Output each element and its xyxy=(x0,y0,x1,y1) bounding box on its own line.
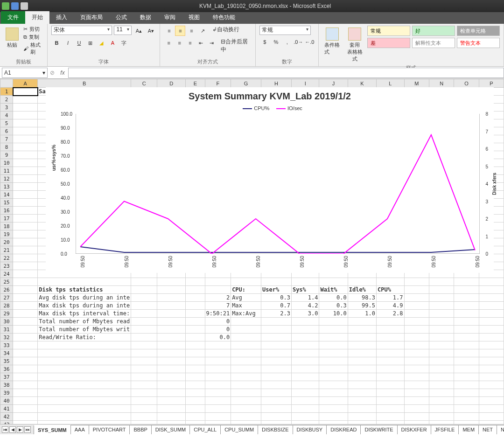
row-header-35[interactable]: 35 xyxy=(0,357,13,365)
cell-L38[interactable] xyxy=(377,381,405,389)
cell-C26[interactable] xyxy=(131,286,157,294)
cell-E33[interactable] xyxy=(186,341,205,349)
cell-A29[interactable] xyxy=(13,310,38,318)
cell-F36[interactable] xyxy=(205,365,231,373)
cell-P29[interactable] xyxy=(479,310,504,318)
cell-G37[interactable] xyxy=(231,373,261,381)
cell-B27[interactable]: Avg disk tps during an inte xyxy=(38,294,131,302)
cell-O29[interactable] xyxy=(454,310,479,318)
tab-公式[interactable]: 公式 xyxy=(109,11,133,24)
cell-J34[interactable] xyxy=(319,349,348,357)
cell-N30[interactable] xyxy=(429,318,454,326)
cell-B41[interactable] xyxy=(38,405,131,413)
number-format-select[interactable]: 常规 xyxy=(259,26,311,35)
cell-A9[interactable] xyxy=(13,151,38,159)
row-header-41[interactable]: 41 xyxy=(0,405,13,413)
col-header-K[interactable]: K xyxy=(348,79,376,88)
cell-K41[interactable] xyxy=(348,405,376,413)
cell-M40[interactable] xyxy=(404,397,429,405)
cell-A34[interactable] xyxy=(13,349,38,357)
fill-color-button[interactable]: ◢ xyxy=(96,38,106,48)
cell-P25[interactable] xyxy=(479,278,504,286)
first-sheet-icon[interactable]: ⏮ xyxy=(2,426,8,433)
cell-J42[interactable] xyxy=(319,413,348,421)
embedded-chart[interactable]: System Summary KVM_Lab 2019/1/2 CPU% IO/… xyxy=(46,87,494,273)
cell-P27[interactable] xyxy=(479,294,504,302)
cell-D35[interactable] xyxy=(157,357,186,365)
cell-K36[interactable] xyxy=(348,365,376,373)
cell-G33[interactable] xyxy=(231,341,261,349)
cell-F26[interactable] xyxy=(205,286,231,294)
row-header-38[interactable]: 38 xyxy=(0,381,13,389)
cell-A42[interactable] xyxy=(13,413,38,421)
cell-E32[interactable] xyxy=(186,334,205,341)
cell-J40[interactable] xyxy=(319,397,348,405)
cell-F32[interactable]: 0.0 xyxy=(205,334,231,341)
row-header-27[interactable]: 27 xyxy=(0,294,13,302)
cell-B38[interactable] xyxy=(38,381,131,389)
cell-G30[interactable] xyxy=(231,318,261,326)
row-header-2[interactable]: 2 xyxy=(0,96,13,104)
cell-N42[interactable] xyxy=(429,413,454,421)
cell-A27[interactable] xyxy=(13,294,38,302)
cell-K27[interactable]: 98.3 xyxy=(348,294,376,302)
last-sheet-icon[interactable]: ⏭ xyxy=(24,426,31,433)
cell-I32[interactable] xyxy=(291,334,319,341)
cell-P28[interactable] xyxy=(479,302,504,310)
cell-M25[interactable] xyxy=(404,278,429,286)
col-header-E[interactable]: E xyxy=(186,79,205,88)
cell-A10[interactable] xyxy=(13,159,38,167)
cell-H30[interactable] xyxy=(261,318,292,326)
paste-button[interactable]: 粘贴 xyxy=(4,26,21,50)
cell-F41[interactable] xyxy=(205,405,231,413)
align-middle-button[interactable]: ≡ xyxy=(175,26,185,36)
cell-I36[interactable] xyxy=(291,365,319,373)
col-header-M[interactable]: M xyxy=(404,79,429,88)
cell-L35[interactable] xyxy=(377,357,405,365)
cell-C37[interactable] xyxy=(131,373,157,381)
indent-inc-button[interactable]: ⇥ xyxy=(207,38,217,48)
cell-P30[interactable] xyxy=(479,318,504,326)
style-swatch-常规[interactable]: 常规 xyxy=(367,26,410,36)
cell-C34[interactable] xyxy=(131,349,157,357)
row-header-22[interactable]: 22 xyxy=(0,254,13,262)
cell-H36[interactable] xyxy=(261,365,292,373)
cell-I28[interactable]: 4.2 xyxy=(291,302,319,310)
sheet-tab-DISK_SUMM[interactable]: DISK_SUMM xyxy=(151,425,190,434)
row-header-21[interactable]: 21 xyxy=(0,246,13,254)
cell-K30[interactable] xyxy=(348,318,376,326)
row-header-7[interactable]: 7 xyxy=(0,135,13,143)
cell-L36[interactable] xyxy=(377,365,405,373)
cell-M27[interactable] xyxy=(404,294,429,302)
cell-F40[interactable] xyxy=(205,397,231,405)
cell-B34[interactable] xyxy=(38,349,131,357)
col-header-B[interactable]: B xyxy=(38,79,131,88)
cell-K25[interactable] xyxy=(348,278,376,286)
cell-F39[interactable] xyxy=(205,389,231,397)
cell-L34[interactable] xyxy=(377,349,405,357)
cell-P32[interactable] xyxy=(479,334,504,341)
cell-A19[interactable] xyxy=(13,230,38,238)
cell-G36[interactable] xyxy=(231,365,261,373)
cell-L28[interactable]: 4.9 xyxy=(377,302,405,310)
cell-N29[interactable] xyxy=(429,310,454,318)
cell-O42[interactable] xyxy=(454,413,479,421)
cell-M32[interactable] xyxy=(404,334,429,341)
cell-N27[interactable] xyxy=(429,294,454,302)
cell-A24[interactable] xyxy=(13,270,38,278)
cell-A26[interactable] xyxy=(13,286,38,294)
cell-K31[interactable] xyxy=(348,326,376,334)
cell-A25[interactable] xyxy=(13,278,38,286)
cell-A35[interactable] xyxy=(13,357,38,365)
cell-N40[interactable] xyxy=(429,397,454,405)
cell-E38[interactable] xyxy=(186,381,205,389)
cell-I37[interactable] xyxy=(291,373,319,381)
cell-B28[interactable]: Max disk tps during an inte xyxy=(38,302,131,310)
cell-M30[interactable] xyxy=(404,318,429,326)
cell-J33[interactable] xyxy=(319,341,348,349)
cell-D28[interactable] xyxy=(157,302,186,310)
style-swatch-差[interactable]: 差 xyxy=(367,38,410,48)
row-header-33[interactable]: 33 xyxy=(0,341,13,349)
cell-B37[interactable] xyxy=(38,373,131,381)
cell-I25[interactable] xyxy=(291,278,319,286)
